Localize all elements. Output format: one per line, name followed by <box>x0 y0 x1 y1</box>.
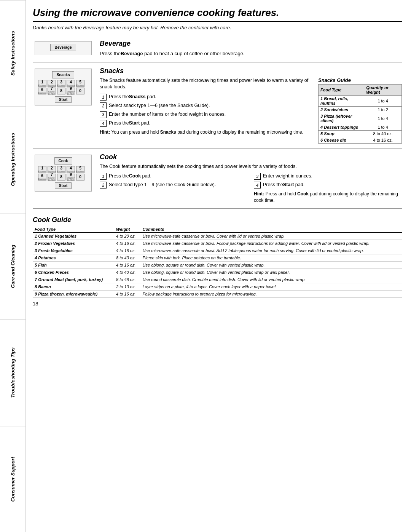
snacks-guide-row: 2 Sandwiches1 to 2 <box>319 106 402 113</box>
snacks-left: The Snacks feature automatically sets th… <box>100 77 314 144</box>
snacks-guide-row: 1 Bread, rolls, muffins1 to 4 <box>319 95 402 106</box>
sidebar-label-safety[interactable]: Safety Instructions <box>0 0 25 106</box>
beverage-button: Beverage <box>50 44 76 51</box>
snacks-step-1: 1 Press theSnacks pad. <box>100 94 314 101</box>
sidebar-label-troubleshooting[interactable]: Troubleshooting Tips <box>0 319 25 425</box>
snacks-guide-row: 5 Soup8 to 40 oz. <box>319 130 402 137</box>
cook-guide-row: 3 Fresh Vegetables4 to 16 oz.Use microwa… <box>33 247 402 254</box>
cook-step-2: 2 Select food type 1—9 (see the Cook Gui… <box>100 182 248 189</box>
cook-guide-table: Food Type Weight Comments 1 Canned Veget… <box>33 226 402 298</box>
beverage-section: Beverage Beverage Press theBeverage pad … <box>33 35 402 62</box>
cook-step-4: 4 Press theStart pad. <box>254 182 402 189</box>
beverage-description: Press theBeverage pad to heat a cup of c… <box>100 50 402 58</box>
sidebar-label-care[interactable]: Care and Cleaning <box>0 213 25 319</box>
snacks-inner: The Snacks feature automatically sets th… <box>100 77 402 144</box>
cook-guide-section: Cook Guide Food Type Weight Comments 1 C… <box>33 212 402 298</box>
snacks-guide-header-qty: Quantity or Weight <box>364 84 402 95</box>
cook-steps: 1 Press theCook pad. 2 Select food type … <box>100 173 402 204</box>
snacks-step-3: 3 Enter the number of items or the food … <box>100 111 314 118</box>
beverage-keypad: Beverage <box>35 41 92 55</box>
snacks-hint: Hint: You can press and hold Snacks pad … <box>100 129 314 136</box>
cook-guide-header-food: Food Type <box>33 226 114 233</box>
snacks-step-2: 2 Select snack type 1—6 (see the Snacks … <box>100 102 314 109</box>
cook-guide-row: 9 Pizza (frozen, microwaveable)4 to 16 o… <box>33 290 402 297</box>
cook-title: Cook <box>100 153 402 161</box>
page-number: 18 <box>33 301 402 307</box>
cook-button: Cook <box>54 157 72 165</box>
cook-content: Cook The Cook feature automatically sets… <box>100 153 402 204</box>
beverage-content: Beverage Press theBeverage pad to heat a… <box>100 40 402 58</box>
main-content: Using the microwave convenience cooking … <box>26 0 411 532</box>
cook-guide-row: 6 Chicken Pieces4 to 40 oz.Use oblong, s… <box>33 268 402 276</box>
snacks-guide-row: 3 Pizza (leftover slices)1 to 4 <box>319 113 402 124</box>
beverage-title: Beverage <box>100 40 402 48</box>
cook-image: Cook 1Express 2Express 3Express 4Express… <box>33 153 94 204</box>
cook-steps-left: 1 Press theCook pad. 2 Select food type … <box>100 173 248 204</box>
sidebar-label-consumer[interactable]: Consumer Support <box>0 426 25 532</box>
snacks-guide-row: 6 Cheese dip4 to 16 oz. <box>319 137 402 143</box>
cook-guide-row: 1 Canned Vegetables4 to 20 oz.Use microw… <box>33 232 402 240</box>
beverage-image: Beverage <box>33 40 94 58</box>
cook-intro: The Cook feature automatically sets the … <box>100 163 402 170</box>
sidebar: Safety Instructions Operating Instructio… <box>0 0 26 532</box>
snacks-intro: The Snacks feature automatically sets th… <box>100 77 314 91</box>
cook-hint: Hint: Press and hold Cook pad during coo… <box>254 191 402 204</box>
cook-guide-row: 7 Ground Meat (beef, pork, turkey)8 to 4… <box>33 276 402 283</box>
snacks-keypad: Snacks 1Express 2Express 3Express 4Expre… <box>35 69 92 105</box>
sidebar-label-operating[interactable]: Operating Instructions <box>0 106 25 212</box>
cook-guide-row: 5 Fish4 to 16 oz.Use oblong, square or r… <box>33 261 402 268</box>
page-subtitle: Drinks heated with the Beverage feature … <box>33 25 402 30</box>
cook-guide-title: Cook Guide <box>33 212 402 224</box>
cook-keypad: Cook 1Express 2Express 3Express 4Express… <box>35 155 92 192</box>
snacks-button: Snacks <box>52 71 74 78</box>
cook-guide-row: 2 Frozen Vegetables4 to 16 oz.Use microw… <box>33 240 402 247</box>
cook-guide-header-weight: Weight <box>114 226 140 233</box>
snacks-image: Snacks 1Express 2Express 3Express 4Expre… <box>33 67 94 144</box>
snacks-guide-header-food: Food Type <box>319 84 364 95</box>
snacks-guide-title: Snacks Guide <box>318 77 402 83</box>
cook-step-3: 3 Enter weight in ounces. <box>254 173 402 180</box>
snacks-section: Snacks 1Express 2Express 3Express 4Expre… <box>33 62 402 149</box>
cook-steps-right: 3 Enter weight in ounces. 4 Press theSta… <box>254 173 402 204</box>
cook-guide-header-comments: Comments <box>141 226 402 233</box>
snacks-step-4: 4 Press theStart pad. <box>100 120 314 127</box>
cook-guide-row: 8 Bacon2 to 10 oz.Layer strips on a plat… <box>33 283 402 290</box>
snacks-guide-row: 4 Dessert toppings1 to 4 <box>319 124 402 130</box>
cook-step-1: 1 Press theCook pad. <box>100 173 248 180</box>
cook-section: Cook 1Express 2Express 3Express 4Express… <box>33 149 402 209</box>
snacks-content: Snacks The Snacks feature automatically … <box>100 67 402 144</box>
snacks-guide: Snacks Guide Food Type Quantity or Weigh… <box>318 77 402 144</box>
snacks-title: Snacks <box>100 67 402 75</box>
cook-start-button: Start <box>55 182 72 189</box>
cook-guide-row: 4 Potatoes8 to 40 oz.Pierce skin with fo… <box>33 254 402 261</box>
snacks-guide-table: Food Type Quantity or Weight 1 Bread, ro… <box>318 84 402 144</box>
page-title: Using the microwave convenience cooking … <box>33 7 402 22</box>
snacks-start-button: Start <box>55 96 72 103</box>
